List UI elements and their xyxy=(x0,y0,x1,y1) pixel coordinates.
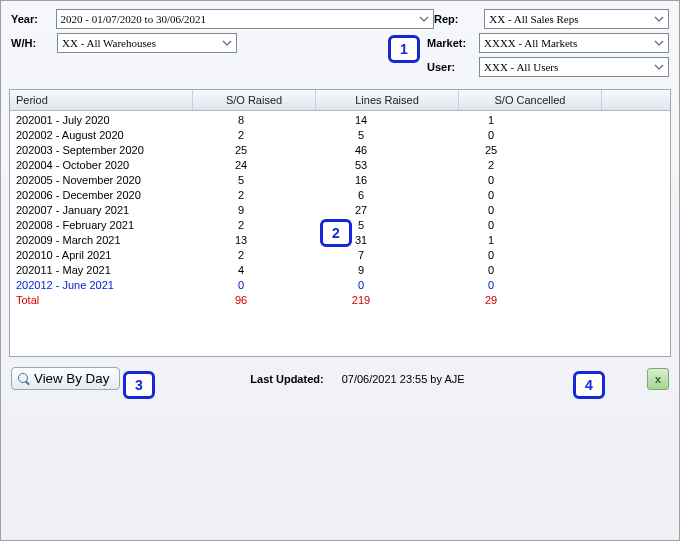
excel-icon: x xyxy=(655,373,661,385)
cell-lines: 219 xyxy=(296,293,426,308)
market-label: Market: xyxy=(427,37,479,49)
cell-canc: 0 xyxy=(426,263,556,278)
cell-period: 202007 - January 2021 xyxy=(16,203,186,218)
cell-lines: 16 xyxy=(296,173,426,188)
cell-so: 2 xyxy=(186,188,296,203)
cell-canc: 0 xyxy=(426,218,556,233)
cell-period: 202008 - February 2021 xyxy=(16,218,186,233)
cell-so: 0 xyxy=(186,278,296,293)
table-row[interactable]: 202012 - June 2021000 xyxy=(10,278,670,293)
view-by-day-label: View By Day xyxy=(34,371,109,386)
cell-so: 24 xyxy=(186,158,296,173)
cell-so: 96 xyxy=(186,293,296,308)
table-row[interactable]: 202007 - January 20219270 xyxy=(10,203,670,218)
cell-period: 202006 - December 2020 xyxy=(16,188,186,203)
table-header: Period S/O Raised Lines Raised S/O Cance… xyxy=(10,90,670,111)
col-lines-raised[interactable]: Lines Raised xyxy=(316,90,459,110)
cell-canc: 0 xyxy=(426,248,556,263)
table-row[interactable]: Total9621929 xyxy=(10,293,670,308)
cell-period: 202005 - November 2020 xyxy=(16,173,186,188)
cell-so: 5 xyxy=(186,173,296,188)
rep-select[interactable]: XX - All Sales Reps xyxy=(484,9,669,29)
cell-canc: 1 xyxy=(426,233,556,248)
cell-canc: 0 xyxy=(426,128,556,143)
callout-3: 3 xyxy=(123,371,155,399)
table-row[interactable]: 202005 - November 20205160 xyxy=(10,173,670,188)
cell-canc: 1 xyxy=(426,113,556,128)
cell-period: 202010 - April 2021 xyxy=(16,248,186,263)
cell-canc: 25 xyxy=(426,143,556,158)
table-row[interactable]: 202006 - December 2020260 xyxy=(10,188,670,203)
magnifier-icon xyxy=(18,373,30,385)
user-select[interactable]: XXX - All Users xyxy=(479,57,669,77)
cell-canc: 0 xyxy=(426,278,556,293)
col-period[interactable]: Period xyxy=(10,90,193,110)
table-row[interactable]: 202004 - October 202024532 xyxy=(10,158,670,173)
year-select[interactable]: 2020 - 01/07/2020 to 30/06/2021 xyxy=(56,9,434,29)
wh-label: W/H: xyxy=(11,37,57,49)
cell-so: 13 xyxy=(186,233,296,248)
table-row[interactable]: 202002 - August 2020250 xyxy=(10,128,670,143)
cell-canc: 0 xyxy=(426,188,556,203)
cell-period: Total xyxy=(16,293,186,308)
cell-lines: 7 xyxy=(296,248,426,263)
cell-period: 202001 - July 2020 xyxy=(16,113,186,128)
cell-lines: 5 xyxy=(296,218,426,233)
callout-2: 2 xyxy=(320,219,352,247)
table-row[interactable]: 202003 - September 2020254625 xyxy=(10,143,670,158)
cell-lines: 53 xyxy=(296,158,426,173)
cell-period: 202004 - October 2020 xyxy=(16,158,186,173)
table-row[interactable]: 202010 - April 2021270 xyxy=(10,248,670,263)
cell-so: 2 xyxy=(186,128,296,143)
cell-lines: 5 xyxy=(296,128,426,143)
rep-label: Rep: xyxy=(434,13,484,25)
callout-1: 1 xyxy=(388,35,420,63)
last-updated-value: 07/06/2021 23:55 by AJE xyxy=(342,373,465,385)
table-row[interactable]: 202001 - July 20208141 xyxy=(10,113,670,128)
col-so-raised[interactable]: S/O Raised xyxy=(193,90,316,110)
cell-lines: 0 xyxy=(296,278,426,293)
cell-lines: 31 xyxy=(296,233,426,248)
cell-lines: 46 xyxy=(296,143,426,158)
cell-canc: 0 xyxy=(426,203,556,218)
cell-so: 2 xyxy=(186,218,296,233)
cell-period: 202002 - August 2020 xyxy=(16,128,186,143)
cell-canc: 2 xyxy=(426,158,556,173)
user-label: User: xyxy=(427,61,479,73)
cell-period: 202009 - March 2021 xyxy=(16,233,186,248)
cell-lines: 14 xyxy=(296,113,426,128)
col-so-cancelled[interactable]: S/O Cancelled xyxy=(459,90,602,110)
view-by-day-button[interactable]: View By Day xyxy=(11,367,120,390)
cell-so: 8 xyxy=(186,113,296,128)
table-body: 202001 - July 20208141202002 - August 20… xyxy=(10,111,670,308)
cell-so: 25 xyxy=(186,143,296,158)
filters-panel: Year: 2020 - 01/07/2020 to 30/06/2021 Re… xyxy=(1,1,679,85)
cell-period: 202003 - September 2020 xyxy=(16,143,186,158)
year-label: Year: xyxy=(11,13,56,25)
cell-period: 202012 - June 2021 xyxy=(16,278,186,293)
last-updated-label: Last Updated: xyxy=(250,373,323,385)
cell-lines: 27 xyxy=(296,203,426,218)
cell-canc: 0 xyxy=(426,173,556,188)
cell-period: 202011 - May 2021 xyxy=(16,263,186,278)
cell-so: 2 xyxy=(186,248,296,263)
table-row[interactable]: 202011 - May 2021490 xyxy=(10,263,670,278)
warehouse-select[interactable]: XX - All Warehouses xyxy=(57,33,237,53)
callout-4: 4 xyxy=(573,371,605,399)
market-select[interactable]: XXXX - All Markets xyxy=(479,33,669,53)
cell-so: 4 xyxy=(186,263,296,278)
cell-so: 9 xyxy=(186,203,296,218)
export-excel-button[interactable]: x xyxy=(647,368,669,390)
cell-lines: 6 xyxy=(296,188,426,203)
cell-canc: 29 xyxy=(426,293,556,308)
cell-lines: 9 xyxy=(296,263,426,278)
